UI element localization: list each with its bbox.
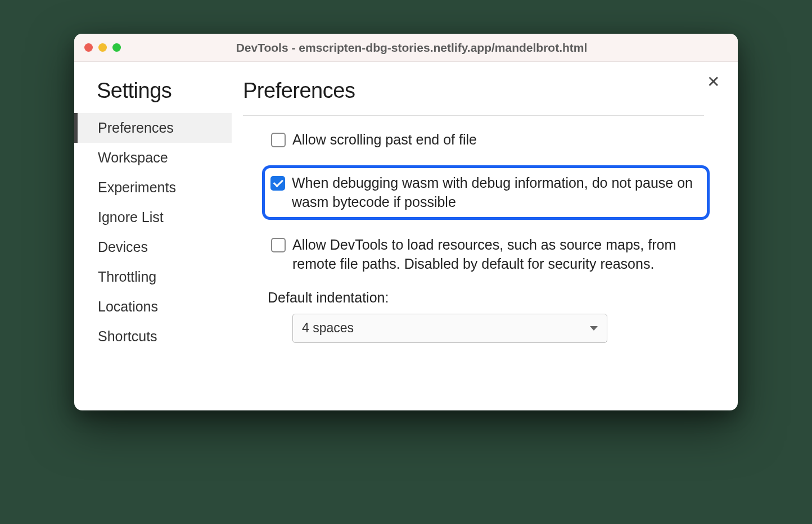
settings-list: Allow scrolling past end of file When de… bbox=[243, 116, 704, 343]
indentation-select[interactable]: 4 spaces bbox=[292, 314, 607, 343]
indentation-value: 4 spaces bbox=[302, 320, 354, 336]
checkbox-allow-remote-file-paths[interactable] bbox=[271, 238, 286, 252]
settings-content: ✕ Settings Preferences Workspace Experim… bbox=[74, 62, 738, 410]
checkbox-wasm-debug-no-pause[interactable] bbox=[270, 176, 285, 191]
sidebar-item-ignore-list[interactable]: Ignore List bbox=[74, 202, 232, 232]
default-indentation-section: Default indentation: 4 spaces bbox=[268, 290, 704, 343]
window-title: DevTools - emscripten-dbg-stories.netlif… bbox=[121, 41, 728, 55]
settings-sidebar: Settings Preferences Workspace Experimen… bbox=[74, 62, 232, 410]
sidebar-item-locations[interactable]: Locations bbox=[74, 292, 232, 322]
page-title: Preferences bbox=[243, 79, 704, 116]
close-window-button[interactable] bbox=[84, 43, 93, 52]
sidebar-item-preferences[interactable]: Preferences bbox=[74, 113, 232, 143]
setting-label: Allow DevTools to load resources, such a… bbox=[292, 236, 698, 274]
setting-allow-scroll-past-eof: Allow scrolling past end of file bbox=[268, 127, 704, 153]
setting-label: Allow scrolling past end of file bbox=[292, 130, 477, 150]
setting-allow-remote-file-paths: Allow DevTools to load resources, such a… bbox=[268, 232, 704, 277]
sidebar-item-experiments[interactable]: Experiments bbox=[74, 173, 232, 202]
chevron-down-icon bbox=[590, 326, 598, 331]
maximize-window-button[interactable] bbox=[112, 43, 121, 52]
sidebar-title: Settings bbox=[74, 79, 232, 113]
sidebar-item-shortcuts[interactable]: Shortcuts bbox=[74, 322, 232, 351]
setting-wasm-debug-no-pause: When debugging wasm with debug informati… bbox=[262, 165, 710, 220]
sidebar-item-throttling[interactable]: Throttling bbox=[74, 262, 232, 292]
setting-label: When debugging wasm with debug informati… bbox=[292, 174, 698, 212]
window-titlebar: DevTools - emscripten-dbg-stories.netlif… bbox=[74, 34, 738, 62]
minimize-window-button[interactable] bbox=[98, 43, 107, 52]
sidebar-item-workspace[interactable]: Workspace bbox=[74, 143, 232, 173]
devtools-settings-window: DevTools - emscripten-dbg-stories.netlif… bbox=[74, 34, 738, 410]
settings-main: Preferences Allow scrolling past end of … bbox=[232, 62, 738, 410]
checkbox-allow-scroll-past-eof[interactable] bbox=[271, 133, 286, 147]
close-icon[interactable]: ✕ bbox=[707, 74, 720, 90]
traffic-lights bbox=[84, 43, 121, 52]
sidebar-item-devices[interactable]: Devices bbox=[74, 232, 232, 262]
indentation-label: Default indentation: bbox=[268, 290, 704, 306]
